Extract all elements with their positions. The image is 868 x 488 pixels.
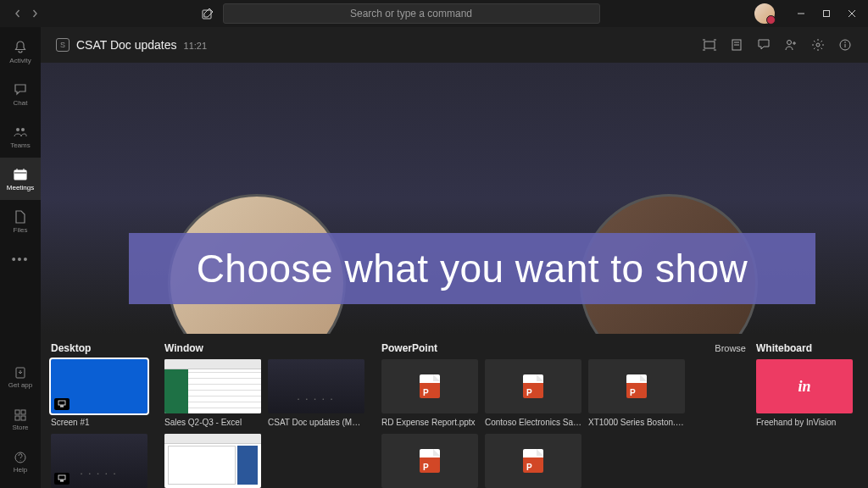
section-header: Whiteboard <box>756 342 858 354</box>
section-header: Desktop <box>51 342 154 354</box>
ppt-thumbnail <box>381 359 478 413</box>
rail-label: Files <box>14 226 28 234</box>
share-whiteboard-tile[interactable]: in Freehand by InVision <box>756 359 853 427</box>
window-thumbnail <box>164 434 261 488</box>
share-screen-tile[interactable]: Screen #2 <box>51 434 147 488</box>
invision-icon: in <box>798 378 810 396</box>
notes-button[interactable] <box>729 37 744 53</box>
rail-label: Teams <box>10 141 31 149</box>
powerpoint-icon <box>420 374 440 398</box>
share-ppt-tile[interactable]: Proposed Litware Agree... <box>381 434 478 488</box>
svg-rect-11 <box>21 410 25 414</box>
rail-chat[interactable]: Chat <box>0 73 41 115</box>
tile-label: Screen #1 <box>51 418 147 427</box>
svg-point-4 <box>21 128 25 131</box>
tile-label: CSAT Doc updates (Meeti... <box>268 418 364 427</box>
monitor-icon <box>54 398 70 410</box>
app-rail: Activity Chat Teams Meetings Files <box>0 27 41 488</box>
window-thumbnail <box>268 359 364 413</box>
svg-rect-12 <box>15 416 19 420</box>
svg-point-20 <box>816 43 820 47</box>
tile-label: Freehand by InVision <box>756 418 853 427</box>
rail-help[interactable]: Help <box>0 441 41 483</box>
teams-icon <box>13 125 28 140</box>
search-placeholder: Search or type a command <box>350 8 472 19</box>
info-button[interactable] <box>837 37 853 53</box>
share-ppt-tile[interactable]: XT1000 Series Boston.pptx <box>588 359 685 427</box>
nav-back-button[interactable] <box>10 6 25 21</box>
nav-forward-button[interactable] <box>27 6 42 21</box>
svg-point-19 <box>787 41 792 45</box>
share-overlay-banner: Choose what you want to show <box>129 233 815 304</box>
whiteboard-thumbnail: in <box>756 359 853 413</box>
store-icon <box>14 408 27 422</box>
files-icon <box>13 209 28 225</box>
share-window-tile[interactable]: CSAT Doc updates (Meeti... <box>268 359 364 427</box>
powerpoint-icon <box>523 374 543 398</box>
maximize-button[interactable] <box>814 1 839 26</box>
window-thumbnail <box>164 359 261 413</box>
tile-label: RD Expense Report.pptx <box>381 418 478 427</box>
rail-get-app[interactable]: Get app <box>0 356 41 398</box>
rail-meetings[interactable]: Meetings <box>0 158 41 200</box>
calendar-icon <box>13 167 28 182</box>
meeting-header: S CSAT Doc updates 11:21 <box>41 27 868 63</box>
svg-rect-5 <box>14 170 26 180</box>
rail-label: Activity <box>9 57 31 64</box>
focus-button[interactable] <box>702 37 717 53</box>
screen-thumbnail <box>51 359 147 413</box>
svg-rect-15 <box>704 42 715 48</box>
help-icon <box>14 451 27 464</box>
download-icon <box>14 366 27 380</box>
rail-files[interactable]: Files <box>0 200 41 242</box>
meeting-time: 11:21 <box>184 41 208 51</box>
powerpoint-icon <box>420 449 440 473</box>
rail-label: Chat <box>14 99 28 107</box>
bell-icon <box>13 40 28 55</box>
section-whiteboard: Whiteboard in Freehand by InVision <box>756 342 858 427</box>
monitor-icon <box>54 473 70 485</box>
share-screen-tile[interactable]: Screen #1 <box>51 359 147 427</box>
share-window-tile[interactable]: Sales Q2-Q3 - Excel <box>164 359 261 427</box>
share-ppt-tile[interactable]: November-December Ad... <box>485 434 581 488</box>
svg-rect-13 <box>21 416 25 420</box>
share-tray: Desktop Screen #1 Screen #2 <box>41 334 868 488</box>
search-input[interactable]: Search or type a command <box>223 3 600 24</box>
rail-label: Get app <box>8 381 32 389</box>
rail-label: Meetings <box>7 184 34 191</box>
section-desktop: Desktop Screen #1 Screen #2 <box>51 342 154 488</box>
svg-rect-24 <box>58 401 65 405</box>
section-window: Window Sales Q2-Q3 - Excel CSAT Doc upda… <box>164 342 371 488</box>
share-window-tile[interactable]: CSATGoals Q2-Q3 - Word <box>164 434 261 488</box>
minimize-button[interactable] <box>788 1 814 26</box>
svg-point-23 <box>844 42 846 43</box>
svg-rect-10 <box>15 410 19 414</box>
browse-button[interactable]: Browse <box>715 343 746 353</box>
rail-activity[interactable]: Activity <box>0 30 41 73</box>
conversation-button[interactable] <box>756 37 771 53</box>
rail-teams[interactable]: Teams <box>0 115 41 158</box>
rail-more-button[interactable]: ••• <box>0 242 41 276</box>
close-button[interactable] <box>839 1 865 26</box>
section-header: PowerPoint <box>381 342 437 354</box>
main-content: S CSAT Doc updates 11:21 Choose what you… <box>41 27 868 488</box>
ppt-thumbnail <box>485 359 581 413</box>
titlebar: Search or type a command <box>0 0 868 27</box>
share-ppt-tile[interactable]: Contoso Electronics Sales... <box>485 359 581 427</box>
channel-prefix-icon: S <box>56 38 70 52</box>
section-powerpoint: PowerPointBrowse RD Expense Report.pptx … <box>381 342 746 488</box>
add-people-button[interactable] <box>783 37 798 53</box>
svg-rect-2 <box>824 11 830 17</box>
section-header: Window <box>164 342 371 354</box>
compose-button[interactable] <box>198 3 218 24</box>
profile-avatar[interactable] <box>754 3 775 24</box>
svg-point-3 <box>16 128 19 131</box>
tile-label: Sales Q2-Q3 - Excel <box>164 418 261 427</box>
ppt-thumbnail <box>485 434 581 488</box>
powerpoint-icon <box>626 374 647 398</box>
settings-button[interactable] <box>810 37 826 53</box>
meeting-stage: Choose what you want to show <box>41 63 868 334</box>
rail-label: Help <box>14 466 27 474</box>
share-ppt-tile[interactable]: RD Expense Report.pptx <box>381 359 478 427</box>
rail-store[interactable]: Store <box>0 398 41 441</box>
